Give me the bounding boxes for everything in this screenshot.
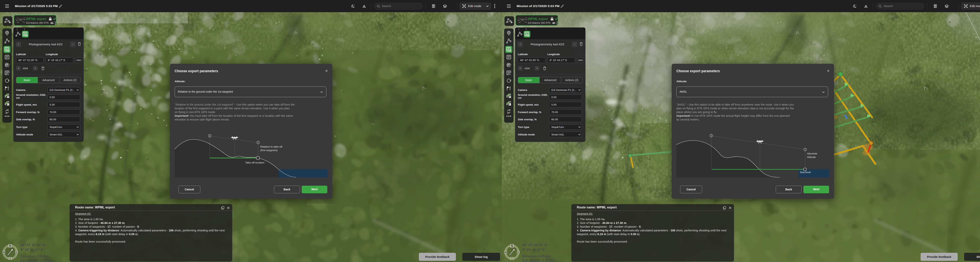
svg-text:P: P (509, 96, 511, 98)
svg-text:P: P (509, 49, 511, 52)
svg-text:L: L (509, 73, 511, 75)
svg-text:2: 2 (711, 135, 712, 137)
svg-text:(first waypoint): (first waypoint) (260, 149, 278, 152)
svg-text:S: S (511, 257, 513, 260)
svg-text:E: E (517, 251, 519, 254)
svg-text:C: C (8, 65, 9, 67)
svg-text:1: 1 (508, 32, 509, 34)
svg-text:1: 1 (258, 142, 259, 144)
svg-text:C: C (509, 65, 511, 67)
svg-text:P: P (8, 96, 9, 98)
svg-text:P: P (527, 34, 529, 36)
svg-text:Relative to take-off: Relative to take-off (260, 145, 282, 148)
svg-text:E: E (16, 251, 17, 254)
svg-text:N: N (9, 244, 11, 248)
svg-text:L: L (509, 104, 511, 105)
svg-text:1: 1 (805, 149, 806, 151)
svg-text:Take-off location: Take-off location (245, 161, 264, 164)
svg-text:Altitude: Altitude (807, 156, 816, 158)
svg-text:P: P (25, 34, 27, 36)
svg-text:S: S (10, 257, 11, 260)
svg-text:Sea level: Sea level (800, 171, 811, 174)
svg-text:L: L (8, 104, 9, 105)
svg-text:P: P (8, 49, 9, 52)
svg-text:1: 1 (6, 32, 8, 34)
svg-text:W: W (504, 251, 507, 254)
svg-text:W: W (3, 251, 5, 254)
svg-text:L: L (8, 73, 9, 75)
svg-text:Absolute: Absolute (807, 152, 817, 155)
svg-text:N: N (511, 244, 513, 248)
svg-text:2: 2 (209, 135, 210, 137)
